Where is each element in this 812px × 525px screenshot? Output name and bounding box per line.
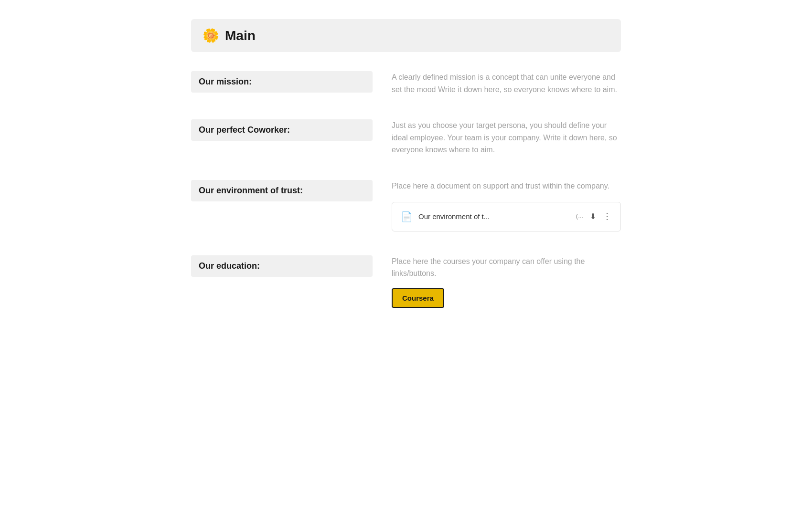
- section-label-container-education: Our education:: [191, 255, 373, 277]
- section-content-coworker: Just as you choose your target persona, …: [392, 119, 621, 156]
- doc-name: Our environment of t...: [418, 211, 570, 222]
- document-card: 📄 Our environment of t... (... ⬇ ⋮: [392, 202, 621, 231]
- section-label-coworker: Our perfect Coworker:: [191, 119, 373, 141]
- header-title: Main: [225, 28, 256, 43]
- download-icon[interactable]: ⬇: [590, 210, 596, 223]
- more-options-icon[interactable]: ⋮: [603, 210, 612, 223]
- section-content-mission: A clearly defined mission is a concept t…: [392, 71, 621, 95]
- header: 🌼 Main: [191, 19, 621, 52]
- section-content-education: Place here the courses your company can …: [392, 255, 621, 308]
- section-label-trust: Our environment of trust:: [191, 180, 373, 201]
- section-content-trust: Place here a document on support and tru…: [392, 180, 621, 231]
- doc-actions: (... ⬇ ⋮: [576, 210, 612, 223]
- section-mission: Our mission: A clearly defined mission i…: [191, 71, 621, 95]
- trust-description: Place here a document on support and tru…: [392, 182, 609, 190]
- section-trust: Our environment of trust: Place here a d…: [191, 180, 621, 231]
- section-label-container-trust: Our environment of trust:: [191, 180, 373, 201]
- section-education: Our education: Place here the courses yo…: [191, 255, 621, 308]
- section-label-container-coworker: Our perfect Coworker:: [191, 119, 373, 141]
- section-label-mission: Our mission:: [191, 71, 373, 93]
- page-container: 🌼 Main Our mission: A clearly defined mi…: [191, 19, 621, 506]
- coursera-button[interactable]: Coursera: [392, 288, 444, 308]
- section-label-container-mission: Our mission:: [191, 71, 373, 93]
- doc-meta: (...: [576, 211, 583, 221]
- section-label-education: Our education:: [191, 255, 373, 277]
- section-coworker: Our perfect Coworker: Just as you choose…: [191, 119, 621, 156]
- education-description: Place here the courses your company can …: [392, 257, 585, 278]
- document-icon: 📄: [401, 209, 413, 224]
- header-emoji: 🌼: [203, 28, 219, 43]
